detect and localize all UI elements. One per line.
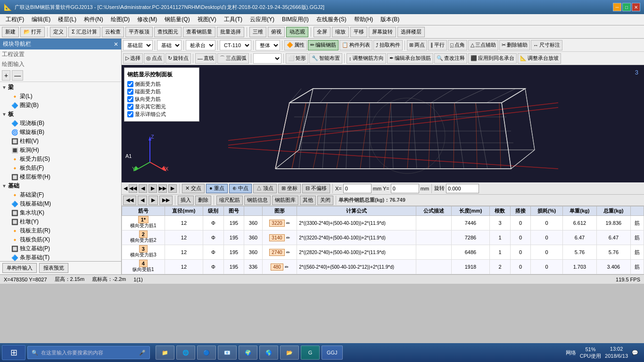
- rebar-delete-button[interactable]: 删除: [195, 196, 211, 205]
- del-aux-button[interactable]: ✂ 删除辅助: [499, 40, 530, 50]
- new-button[interactable]: 新建: [2, 27, 19, 37]
- dim-button[interactable]: ↔ 尺寸标注: [531, 40, 562, 50]
- adjust-slope-button[interactable]: 📐 调整承台放坡: [518, 53, 561, 64]
- apply-same-button[interactable]: ⬛ 应用到同名承台: [468, 53, 517, 64]
- three-points-button[interactable]: △ 三点辅助: [468, 40, 498, 50]
- start-button[interactable]: ⊞: [2, 345, 25, 360]
- report-preview-button[interactable]: 报表预览: [39, 263, 68, 273]
- zoom-button[interactable]: 缩放: [332, 27, 349, 37]
- menu-bim[interactable]: BIM应用(I): [278, 14, 313, 25]
- define-button[interactable]: 定义: [50, 27, 67, 37]
- snap-center-button[interactable]: ⊕ 中点: [229, 184, 252, 193]
- view-rebar-button[interactable]: 查看钢筋量: [183, 27, 215, 37]
- menu-project[interactable]: 工程(F): [2, 14, 28, 25]
- taskbar-app-edge[interactable]: 🌐: [176, 346, 195, 360]
- cloud-check-button[interactable]: 云检查: [102, 27, 124, 37]
- parallel-button[interactable]: ∥ 平行: [428, 40, 447, 50]
- nav-first-button[interactable]: ◀◀: [129, 184, 137, 193]
- snap-nooffset-button[interactable]: ⊟ 不偏移: [302, 184, 330, 193]
- batch-select-button[interactable]: 批量选择: [217, 27, 244, 37]
- close-button[interactable]: ✕: [632, 3, 640, 11]
- floor-dropdown[interactable]: 基础层: [123, 40, 153, 50]
- taskbar-app-ggj[interactable]: GGJ: [322, 346, 343, 360]
- menu-online[interactable]: 在线服务(S): [313, 14, 350, 25]
- menu-view[interactable]: 视图(V): [194, 14, 220, 25]
- snap-cross-button[interactable]: ✕ 交点: [182, 184, 205, 193]
- pick-button[interactable]: ⤴ 抬取构件: [373, 40, 403, 50]
- line-button[interactable]: — 直线: [195, 53, 216, 64]
- checkbox-end-rebar[interactable]: 端面受力筋: [127, 88, 196, 95]
- maximize-button[interactable]: □: [622, 3, 631, 11]
- angle-button[interactable]: ⌺ 点角: [448, 40, 467, 50]
- minimize-button[interactable]: ─: [613, 3, 621, 11]
- menu-cloud[interactable]: 云应用(Y): [246, 14, 278, 25]
- checkbox-long-rebar[interactable]: 纵向受力筋: [127, 96, 196, 103]
- summary-button[interactable]: Σ 汇总计算: [68, 27, 100, 37]
- single-component-button[interactable]: 单构件输入: [2, 263, 37, 273]
- pile-cap-dropdown[interactable]: 桩承台: [186, 40, 215, 50]
- mic-icon[interactable]: 🎤: [139, 350, 146, 356]
- rect-button[interactable]: ⬜ 矩形: [286, 53, 308, 64]
- select-button[interactable]: ▷ 选择: [123, 53, 143, 64]
- taskbar-app-chrome[interactable]: 🌍: [239, 346, 257, 360]
- taskbar-app-ie[interactable]: 🔵: [197, 346, 216, 360]
- menu-floor[interactable]: 楼层(L): [54, 14, 80, 25]
- component-list-button[interactable]: 📋 构件列表: [339, 40, 372, 50]
- checkbox-detail-formula[interactable]: 显示详细公式: [127, 111, 196, 118]
- edit-reinforce-button[interactable]: ✒ 编辑承台加强筋: [387, 53, 433, 64]
- shape-dropdown[interactable]: [253, 53, 281, 64]
- menu-edit[interactable]: 编辑(E): [28, 14, 54, 25]
- tree-item-sump[interactable]: 🔲集水坑(K): [0, 208, 121, 217]
- menu-version[interactable]: 版本(B): [377, 14, 403, 25]
- point-button[interactable]: ◎ 点点: [144, 53, 165, 64]
- fix-button[interactable]: 🔍 查改注释: [434, 53, 467, 64]
- notification-icon[interactable]: 💬: [632, 350, 638, 356]
- tree-group-slab[interactable]: ▼ 板: [0, 110, 121, 119]
- close-rebar-button[interactable]: 关闭: [317, 196, 333, 205]
- property-button[interactable]: 🔶 属性: [284, 40, 307, 50]
- nav-prev-button[interactable]: ◀: [139, 184, 147, 193]
- find-elem-button[interactable]: 查找图元: [154, 27, 182, 37]
- rotate-input[interactable]: [446, 184, 479, 193]
- table-row[interactable]: 3 横向受力筋3 12 Φ 195 360 2740 ✏ 2*((2820-2*…: [122, 245, 644, 260]
- menu-rebar-qty[interactable]: 钢筋量(Q): [161, 14, 193, 25]
- dynamic-button[interactable]: 动态观: [286, 27, 308, 37]
- taskbar-app-file-explorer[interactable]: 📁: [156, 346, 174, 360]
- two-points-button[interactable]: ⊞ 两点: [407, 40, 427, 50]
- choose-floor-button[interactable]: 选择楼层: [397, 27, 425, 37]
- pan-button[interactable]: 平移: [350, 27, 367, 37]
- nav-next-button[interactable]: ▶: [149, 184, 157, 193]
- nav-last-button[interactable]: ▶▶: [158, 184, 167, 193]
- ct110-dropdown[interactable]: CT-110: [220, 40, 251, 50]
- edit-rebar-button[interactable]: ✏ 编辑钢筋: [308, 40, 339, 50]
- table-row[interactable]: 4 纵向受筋1 12 Φ 195 336 480 ✏ 2*((560-2*40)…: [122, 260, 644, 274]
- tree-item-ind-found[interactable]: 🔲独立基础(P): [0, 244, 121, 253]
- rebar-nav-prev[interactable]: ◀: [138, 196, 147, 205]
- nav-prev-arrow[interactable]: ◀: [124, 185, 127, 191]
- open-button[interactable]: 📂 打开: [20, 27, 45, 37]
- taskbar-app-g[interactable]: G: [301, 346, 320, 360]
- arc-button[interactable]: ⌒ 三点圆弧: [217, 53, 249, 64]
- smart-place-button[interactable]: 🔧 智能布置: [309, 53, 342, 64]
- rebar-insert-button[interactable]: 插入: [178, 196, 194, 205]
- table-row[interactable]: 2 横向受力筋2 12 Φ 195 360 3140 ✏ 2*((3220-2*…: [122, 230, 644, 245]
- tree-minus-button[interactable]: —: [12, 70, 23, 81]
- tree-item-floor-band[interactable]: 🔲楼层板带(H): [0, 173, 121, 181]
- tree-item-neg-rebar[interactable]: 🔸板负筋(F): [0, 164, 121, 173]
- rotate-point-button[interactable]: ↻ 旋转点: [165, 53, 191, 64]
- taskbar-app-chrome2[interactable]: 🌎: [259, 346, 278, 360]
- checkbox-side-rebar[interactable]: 侧面受力筋: [127, 81, 196, 88]
- foundation-dropdown[interactable]: 基础: [157, 40, 182, 50]
- fullscreen-button[interactable]: 全屏: [314, 27, 330, 37]
- tree-item-col-cap[interactable]: 🔲柱帽(V): [0, 137, 121, 146]
- tree-item-strip-found[interactable]: 🔷条形基础(T): [0, 253, 121, 261]
- y-input[interactable]: [391, 184, 419, 193]
- menu-component[interactable]: 构件(N): [80, 14, 107, 25]
- sidebar-controls[interactable]: ✕: [114, 41, 118, 48]
- bird-view-button[interactable]: 俯视: [268, 27, 285, 37]
- tree-item-raft-main[interactable]: 🔸筏板主筋(R): [0, 226, 121, 235]
- level-button[interactable]: 平齐板顶: [125, 27, 153, 37]
- snap-heavy-button[interactable]: ● 重点: [206, 184, 228, 193]
- other-button[interactable]: 其他: [300, 196, 316, 205]
- taskbar-app-folder[interactable]: 📂: [280, 346, 299, 360]
